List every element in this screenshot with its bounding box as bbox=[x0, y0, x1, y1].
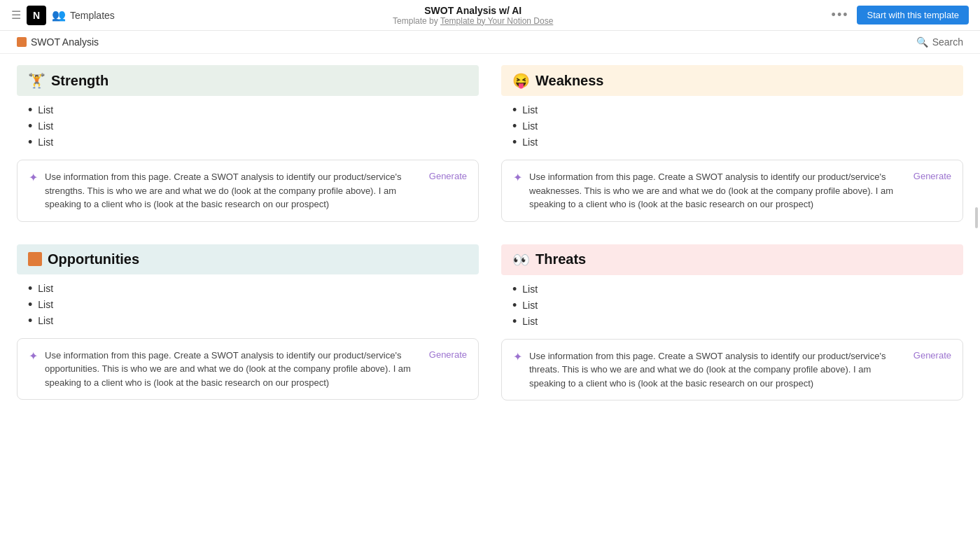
page-title: SWOT Analysis w/ AI bbox=[393, 5, 553, 16]
swot-color-dot bbox=[17, 37, 27, 47]
nav-center: SWOT Analysis w/ AI Template by Template… bbox=[393, 5, 553, 26]
top-nav: ☰ N 👥 Templates SWOT Analysis w/ AI Temp… bbox=[0, 0, 980, 31]
weakness-title: Weakness bbox=[536, 73, 603, 89]
opportunities-quadrant: Opportunities •List •List •List ✦ Use in… bbox=[17, 244, 479, 401]
search-icon: 🔍 bbox=[916, 36, 928, 48]
strength-generate-button[interactable]: Generate bbox=[429, 171, 467, 181]
bullet-icon: • bbox=[28, 314, 32, 327]
search-label: Search bbox=[932, 36, 963, 48]
weakness-generate-button[interactable]: Generate bbox=[913, 171, 951, 181]
page-subtitle: Template by Template by Your Notion Dose bbox=[393, 16, 553, 26]
strength-ai-prompt: Use information from this page. Create a… bbox=[45, 170, 422, 211]
bullet-icon: • bbox=[512, 120, 517, 132]
opportunities-ai-prompt: Use information from this page. Create a… bbox=[45, 349, 422, 390]
hamburger-icon[interactable]: ☰ bbox=[11, 8, 21, 22]
weakness-header: 😝 Weakness bbox=[501, 65, 963, 96]
notion-logo[interactable]: N bbox=[27, 6, 46, 25]
bullet-icon: • bbox=[28, 136, 32, 148]
templates-icon: 👥 bbox=[52, 8, 66, 22]
templates-back-button[interactable]: 👥 Templates bbox=[52, 8, 115, 22]
list-item: •List bbox=[507, 284, 963, 295]
weakness-quadrant: 😝 Weakness •List •List •List ✦ Use infor… bbox=[501, 65, 963, 222]
ai-spark-icon: ✦ bbox=[29, 349, 38, 363]
breadcrumb-title: SWOT Analysis bbox=[31, 36, 99, 48]
threats-quadrant: 👀 Threats •List •List •List ✦ Use inform… bbox=[501, 244, 963, 401]
weakness-list: •List •List •List bbox=[501, 104, 963, 148]
strength-title: Strength bbox=[51, 73, 108, 89]
opportunities-ai-box: ✦ Use information from this page. Create… bbox=[17, 338, 479, 400]
search-button[interactable]: 🔍 Search bbox=[916, 36, 963, 48]
bullet-icon: • bbox=[512, 299, 517, 312]
bullet-icon: • bbox=[28, 298, 32, 311]
list-item: •List bbox=[22, 315, 479, 327]
bullet-icon: • bbox=[512, 104, 517, 116]
swot-grid: 🏋 Strength •List •List •List ✦ Use infor… bbox=[17, 65, 963, 400]
ai-spark-icon: ✦ bbox=[513, 171, 522, 184]
threats-header: 👀 Threats bbox=[501, 244, 963, 275]
opportunities-title: Opportunities bbox=[48, 251, 139, 267]
opportunities-emoji bbox=[28, 252, 42, 266]
list-item: •List bbox=[22, 104, 479, 116]
strength-list: •List •List •List bbox=[17, 104, 479, 148]
scroll-thumb[interactable] bbox=[975, 207, 978, 228]
strength-quadrant: 🏋 Strength •List •List •List ✦ Use infor… bbox=[17, 65, 479, 222]
breadcrumb-left: SWOT Analysis bbox=[17, 36, 99, 48]
ai-spark-icon: ✦ bbox=[513, 350, 522, 363]
opportunities-header: Opportunities bbox=[17, 244, 479, 274]
strength-ai-box: ✦ Use information from this page. Create… bbox=[17, 160, 479, 222]
author-link[interactable]: Template by Your Notion Dose bbox=[440, 16, 553, 26]
threats-title: Threats bbox=[536, 251, 586, 267]
nav-right: ••• Start with this template bbox=[832, 6, 969, 25]
threats-ai-box: ✦ Use information from this page. Create… bbox=[501, 339, 963, 401]
opportunities-list: •List •List •List bbox=[17, 283, 479, 327]
threats-ai-prompt: Use information from this page. Create a… bbox=[529, 349, 906, 391]
scroll-track bbox=[975, 64, 978, 541]
ai-spark-icon: ✦ bbox=[29, 171, 38, 184]
list-item: •List bbox=[22, 120, 479, 132]
weakness-ai-box: ✦ Use information from this page. Create… bbox=[501, 160, 963, 222]
threats-generate-button[interactable]: Generate bbox=[913, 350, 951, 361]
strength-emoji: 🏋 bbox=[28, 72, 46, 89]
list-item: •List bbox=[507, 316, 963, 328]
list-item: •List bbox=[22, 283, 479, 295]
list-item: •List bbox=[507, 300, 963, 312]
bullet-icon: • bbox=[512, 315, 517, 328]
scrollbar[interactable] bbox=[973, 62, 980, 544]
threats-emoji: 👀 bbox=[512, 251, 530, 268]
list-item: •List bbox=[22, 137, 479, 148]
main-content: 🏋 Strength •List •List •List ✦ Use infor… bbox=[0, 54, 980, 536]
weakness-emoji: 😝 bbox=[512, 72, 530, 89]
bullet-icon: • bbox=[28, 282, 32, 295]
start-template-button[interactable]: Start with this template bbox=[857, 6, 969, 25]
bullet-icon: • bbox=[28, 120, 32, 132]
strength-header: 🏋 Strength bbox=[17, 65, 479, 96]
opportunities-generate-button[interactable]: Generate bbox=[429, 349, 467, 360]
bullet-icon: • bbox=[512, 283, 517, 295]
list-item: •List bbox=[22, 299, 479, 311]
list-item: •List bbox=[507, 137, 963, 148]
weakness-ai-prompt: Use information from this page. Create a… bbox=[529, 170, 906, 211]
bullet-icon: • bbox=[512, 136, 517, 148]
list-item: •List bbox=[507, 120, 963, 132]
breadcrumb-bar: SWOT Analysis 🔍 Search bbox=[0, 31, 980, 54]
list-item: •List bbox=[507, 104, 963, 116]
bullet-icon: • bbox=[28, 104, 32, 116]
more-options-button[interactable]: ••• bbox=[832, 8, 849, 22]
templates-label: Templates bbox=[70, 10, 115, 21]
threats-list: •List •List •List bbox=[501, 284, 963, 328]
nav-left: ☰ N 👥 Templates bbox=[11, 6, 115, 25]
